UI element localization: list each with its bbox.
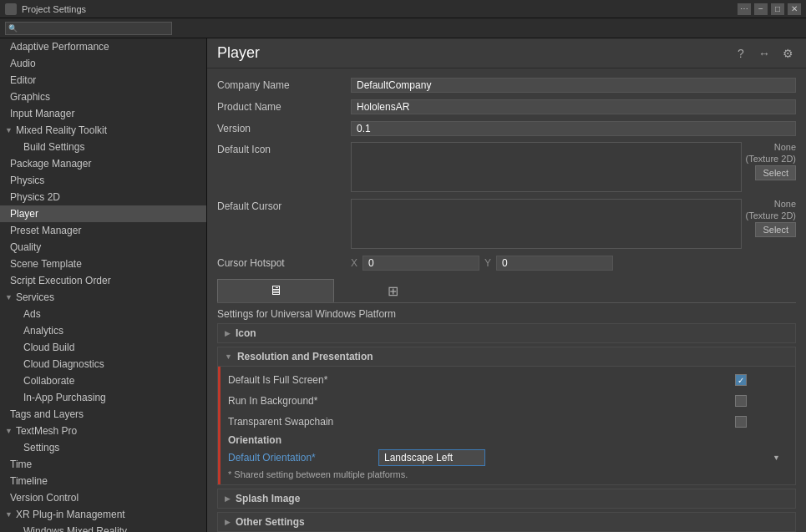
search-wrap <box>5 22 172 35</box>
sidebar-item-graphics[interactable]: Graphics <box>0 89 206 105</box>
sidebar-item-label: Tags and Layers <box>10 408 84 420</box>
expand-arrow-icon: ▼ <box>5 510 13 519</box>
version-label: Version <box>217 123 351 134</box>
sidebar-item-label: Preset Manager <box>10 225 81 236</box>
cursor-hotspot-inputs: X Y <box>351 256 796 271</box>
sidebar-item-analytics[interactable]: Analytics <box>0 322 206 339</box>
content-header: Player ? ↔ ⚙ <box>207 38 806 68</box>
expand-arrow-icon: ▼ <box>5 427 13 435</box>
splash-image-section-header[interactable]: ▶ Splash Image <box>218 489 795 508</box>
default-orientation-row: Default Orientation* Landscape Left Land… <box>228 449 785 466</box>
version-input[interactable] <box>351 121 796 136</box>
splash-image-section-arrow: ▶ <box>225 494 231 503</box>
cursor-hotspot-x-input[interactable] <box>362 256 479 271</box>
sidebar-item-cloud-build[interactable]: Cloud Build <box>0 339 206 356</box>
sidebar-item-textmesh-pro[interactable]: ▼ TextMesh Pro <box>0 423 206 439</box>
platform-tab-windows[interactable]: ⊞ <box>334 279 451 302</box>
full-screen-label: Default Is Full Screen* <box>228 374 735 386</box>
splash-image-section: ▶ Splash Image <box>217 489 796 509</box>
sidebar-item-timeline[interactable]: Timeline <box>0 473 206 489</box>
sidebar-item-physics[interactable]: Physics <box>0 172 206 189</box>
cursor-hotspot-y-input[interactable] <box>496 256 613 271</box>
default-icon-side: None (Texture 2D) Select <box>745 142 796 180</box>
sidebar-item-label: Settings <box>23 442 59 453</box>
sidebar-item-mixed-reality-toolkit[interactable]: ▼ Mixed Reality Toolkit <box>0 122 206 139</box>
sidebar-item-package-manager[interactable]: Package Manager <box>0 155 206 172</box>
sidebar-item-build-settings[interactable]: Build Settings <box>0 139 206 155</box>
run-in-background-row: Run In Background* <box>228 393 785 409</box>
transparent-swapchain-checkbox[interactable] <box>735 416 747 428</box>
sidebar-item-windows-mixed-reality[interactable]: Windows Mixed Reality <box>0 523 206 532</box>
default-cursor-select-button[interactable]: Select <box>755 222 796 237</box>
resolution-section-header[interactable]: ▼ Resolution and Presentation <box>218 347 795 366</box>
default-cursor-type-label: (Texture 2D) <box>745 210 796 220</box>
expand-button[interactable]: ↔ <box>756 45 773 62</box>
sidebar-item-label: Ads <box>23 308 41 320</box>
orientation-group-label: Orientation <box>228 434 785 446</box>
sidebar-item-label: Windows Mixed Reality <box>23 525 127 532</box>
sidebar-item-time[interactable]: Time <box>0 456 206 473</box>
sidebar-item-settings[interactable]: Settings <box>0 439 206 456</box>
menu-button[interactable]: ⋯ <box>738 3 751 15</box>
main-layout: Adaptive Performance Audio Editor Graphi… <box>0 38 806 532</box>
product-name-input[interactable] <box>351 99 796 114</box>
expand-arrow-icon: ▼ <box>5 126 13 134</box>
sidebar-item-script-execution-order[interactable]: Script Execution Order <box>0 272 206 289</box>
company-name-input[interactable] <box>351 78 796 93</box>
sidebar-item-cloud-diagnostics[interactable]: Cloud Diagnostics <box>0 356 206 372</box>
sidebar-item-label: Quality <box>10 241 41 253</box>
icon-section-header[interactable]: ▶ Icon <box>218 324 795 342</box>
title-bar: Project Settings ⋯ − □ ✕ <box>0 0 806 18</box>
default-icon-select-button[interactable]: Select <box>755 165 796 180</box>
maximize-button[interactable]: □ <box>771 3 784 15</box>
cursor-hotspot-row: Cursor Hotspot X Y <box>217 256 796 271</box>
transparent-swapchain-label: Transparent Swapchain <box>228 416 735 428</box>
sidebar-item-adaptive-performance[interactable]: Adaptive Performance <box>0 38 206 55</box>
company-name-row: Company Name <box>217 77 796 94</box>
full-screen-row: Default Is Full Screen* ✓ <box>228 372 785 388</box>
sidebar-item-player[interactable]: Player <box>0 205 206 222</box>
content-body: Company Name Product Name Version Defaul… <box>207 68 806 532</box>
settings-button[interactable]: ⚙ <box>779 45 796 62</box>
run-in-background-checkbox[interactable] <box>735 395 747 407</box>
sidebar-item-tags-and-layers[interactable]: Tags and Layers <box>0 406 206 423</box>
minimize-button[interactable]: − <box>754 3 768 15</box>
other-settings-section-header[interactable]: ▶ Other Settings <box>218 513 795 531</box>
sidebar-item-audio[interactable]: Audio <box>0 55 206 72</box>
sidebar-item-collaborate[interactable]: Collaborate <box>0 372 206 389</box>
sidebar-item-input-manager[interactable]: Input Manager <box>0 105 206 122</box>
y-label: Y <box>484 257 491 269</box>
sidebar-item-label: Input Manager <box>10 108 74 119</box>
full-screen-checkbox[interactable]: ✓ <box>735 374 747 386</box>
sidebar-item-preset-manager[interactable]: Preset Manager <box>0 222 206 239</box>
sidebar-item-label: Cloud Build <box>23 342 74 353</box>
app-icon <box>5 3 17 15</box>
title-bar-title: Project Settings <box>22 4 86 14</box>
title-bar-controls[interactable]: ⋯ − □ ✕ <box>738 3 801 15</box>
search-input[interactable] <box>5 22 172 35</box>
sidebar-item-label: Audio <box>10 58 36 69</box>
expand-arrow-icon: ▼ <box>5 293 13 301</box>
default-icon-none-label: None <box>774 142 796 152</box>
sidebar-item-scene-template[interactable]: Scene Template <box>0 256 206 272</box>
help-button[interactable]: ? <box>732 45 749 62</box>
close-button[interactable]: ✕ <box>788 3 801 15</box>
splash-image-section-title: Splash Image <box>236 493 300 504</box>
platform-tab-uwp[interactable]: 🖥 <box>217 279 334 302</box>
sidebar-item-services[interactable]: ▼ Services <box>0 289 206 306</box>
content-area: Player ? ↔ ⚙ Company Name Product Name V… <box>207 38 806 532</box>
sidebar-item-physics-2d[interactable]: Physics 2D <box>0 189 206 205</box>
sidebar-item-in-app-purchasing[interactable]: In-App Purchasing <box>0 389 206 406</box>
header-icons: ? ↔ ⚙ <box>732 45 796 62</box>
sidebar-item-label: Script Execution Order <box>10 275 111 286</box>
sidebar-item-editor[interactable]: Editor <box>0 72 206 89</box>
sidebar-item-label: Time <box>10 459 32 470</box>
sidebar-item-quality[interactable]: Quality <box>0 239 206 256</box>
resolution-section: ▼ Resolution and Presentation Default Is… <box>217 347 796 485</box>
transparent-swapchain-row: Transparent Swapchain <box>228 413 785 430</box>
default-orientation-select[interactable]: Landscape Left Landscape Right Portrait … <box>378 449 485 466</box>
sidebar-item-ads[interactable]: Ads <box>0 306 206 322</box>
section-accent-border <box>218 367 221 484</box>
sidebar-item-version-control[interactable]: Version Control <box>0 489 206 506</box>
sidebar-item-xr-plugin-management[interactable]: ▼ XR Plug-in Management <box>0 506 206 523</box>
